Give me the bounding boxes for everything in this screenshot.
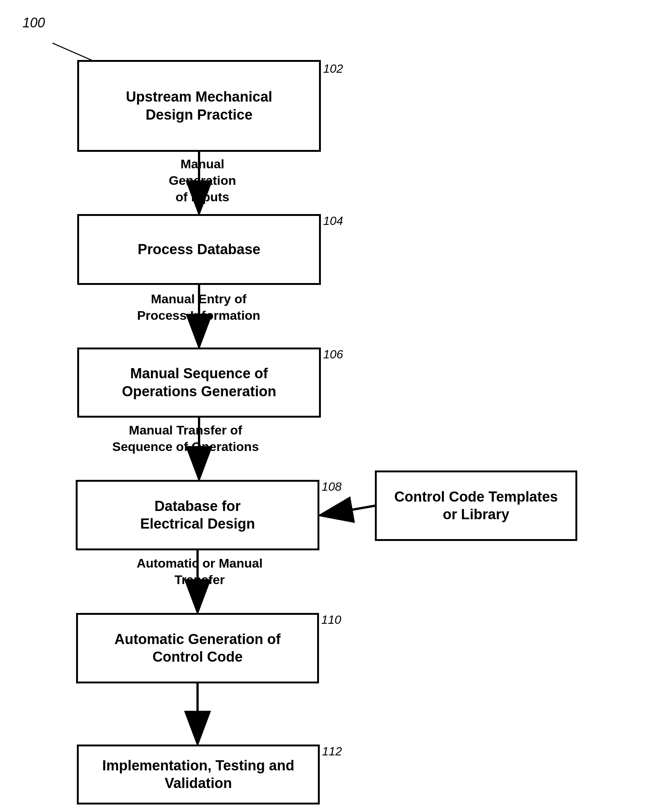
ref-110: 110 — [321, 613, 341, 627]
ref-108: 108 — [322, 480, 342, 494]
box-upstream-mechanical: Upstream MechanicalDesign Practice — [77, 60, 321, 152]
box-upstream-mechanical-label: Upstream MechanicalDesign Practice — [126, 88, 273, 124]
ref-104: 104 — [323, 214, 343, 228]
box-auto-generation: Automatic Generation ofControl Code — [76, 613, 319, 684]
ref-106: 106 — [323, 348, 343, 362]
box-auto-generation-label: Automatic Generation ofControl Code — [114, 630, 281, 666]
ref-102: 102 — [323, 62, 343, 76]
box-manual-sequence: Manual Sequence ofOperations Generation — [77, 348, 321, 418]
box-process-database-label: Process Database — [137, 241, 260, 259]
box-implementation-label: Implementation, Testing andValidation — [102, 757, 294, 792]
arrow-label-manual-transfer: Manual Transfer ofSequence of Operations — [105, 422, 266, 455]
main-ref-label: 100 — [23, 15, 45, 31]
box-implementation: Implementation, Testing andValidation — [77, 745, 320, 804]
svg-line-2 — [52, 43, 94, 61]
box-templates-label: Control Code Templatesor Library — [394, 488, 558, 524]
ref-112: 112 — [322, 745, 342, 759]
diagram-container: 100 Upstream MechanicalDesign P — [0, 0, 647, 812]
box-database-electrical: Database forElectrical Design — [76, 480, 319, 550]
svg-line-6 — [322, 506, 375, 515]
box-templates: Control Code Templatesor Library — [375, 470, 577, 541]
arrow-label-manual-generation: Manual Generationof Inputs — [146, 156, 259, 205]
arrow-label-manual-entry: Manual Entry ofProcess Information — [127, 290, 270, 324]
box-process-database: Process Database — [77, 214, 321, 285]
box-database-electrical-label: Database forElectrical Design — [140, 498, 255, 533]
box-manual-sequence-label: Manual Sequence ofOperations Generation — [122, 365, 276, 400]
arrow-label-auto-manual-transfer: Automatic or ManualTransfer — [129, 555, 270, 588]
